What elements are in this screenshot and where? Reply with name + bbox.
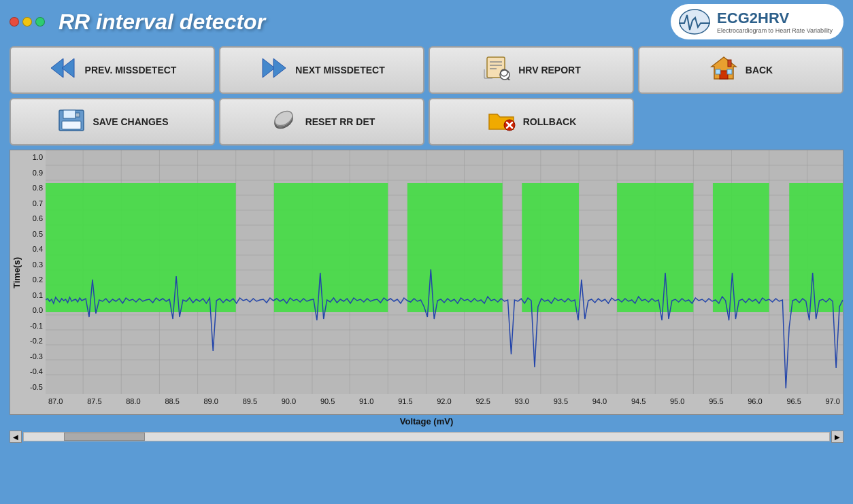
y-tick: 0.3 bbox=[33, 261, 43, 269]
svg-point-0 bbox=[680, 10, 709, 34]
title-bar: RR interval detector ECG2HRV Electrocard… bbox=[0, 0, 853, 42]
scroll-thumb[interactable] bbox=[64, 433, 144, 441]
x-tick: 88.5 bbox=[165, 397, 179, 405]
hrv-report-label: HRV REPORT bbox=[518, 65, 581, 75]
logo: ECG2HRV Electrocardiogram to Heart Rate … bbox=[671, 4, 843, 39]
x-tick: 91.5 bbox=[398, 397, 412, 405]
chart-container: Time(s) 1.0 0.9 0.8 0.7 0.6 0.5 0.4 0.3 … bbox=[10, 150, 843, 415]
reset-rr-det-button[interactable]: RESET RR DET bbox=[219, 98, 424, 146]
x-tick: 96.5 bbox=[786, 397, 801, 405]
next-missdetect-button[interactable]: NEXT MISSDETECT bbox=[219, 46, 424, 94]
svg-rect-17 bbox=[63, 110, 76, 118]
prev-missdetect-label: PREV. MISSDETECT bbox=[85, 65, 177, 75]
y-tick: 0.5 bbox=[33, 230, 43, 238]
y-tick: 0.1 bbox=[33, 291, 43, 299]
y-tick: -0.2 bbox=[30, 337, 43, 345]
save-changes-button[interactable]: SAVE CHANGES bbox=[10, 98, 215, 146]
logo-text-area: ECG2HRV Electrocardiogram to Heart Rate … bbox=[717, 10, 833, 34]
y-tick: -0.3 bbox=[30, 352, 43, 360]
x-tick: 92.5 bbox=[475, 397, 490, 405]
x-tick: 94.5 bbox=[631, 397, 646, 405]
y-tick: -0.5 bbox=[30, 383, 43, 391]
logo-main-text: ECG2HRV bbox=[717, 10, 833, 27]
back-icon bbox=[709, 56, 739, 84]
hrv-report-button[interactable]: HRV REPORT bbox=[429, 46, 634, 94]
x-tick: 95.0 bbox=[670, 397, 684, 405]
chart-plot-area bbox=[46, 150, 843, 394]
svg-marker-2 bbox=[62, 58, 74, 78]
save-changes-icon bbox=[56, 107, 86, 136]
x-tick: 88.0 bbox=[126, 397, 140, 405]
x-tick: 95.5 bbox=[709, 397, 723, 405]
x-axis-label: Voltage (mV) bbox=[0, 415, 853, 428]
svg-rect-15 bbox=[727, 69, 732, 74]
x-tick: 93.0 bbox=[515, 397, 529, 405]
svg-line-10 bbox=[507, 78, 510, 80]
x-tick: 92.0 bbox=[437, 397, 451, 405]
svg-rect-12 bbox=[720, 71, 728, 79]
svg-rect-65 bbox=[522, 183, 579, 312]
svg-rect-68 bbox=[789, 183, 843, 312]
x-axis-ticks: 87.0 87.5 88.0 88.5 89.0 89.5 90.0 90.5 … bbox=[46, 395, 843, 414]
prev-missdetect-icon bbox=[48, 56, 78, 84]
rollback-button[interactable]: ROLLBACK bbox=[429, 98, 634, 146]
x-tick: 91.0 bbox=[359, 397, 373, 405]
window-controls bbox=[10, 17, 45, 27]
svg-rect-13 bbox=[728, 60, 731, 67]
x-tick: 90.0 bbox=[282, 397, 296, 405]
chart-svg bbox=[46, 150, 843, 394]
svg-rect-66 bbox=[617, 183, 693, 312]
reset-rr-det-icon bbox=[269, 107, 299, 136]
x-tick: 93.5 bbox=[554, 397, 568, 405]
buttons-area: PREV. MISSDETECT NEXT MISSDETECT bbox=[0, 42, 853, 150]
rollback-label: ROLLBACK bbox=[523, 116, 577, 127]
scroll-right-button[interactable]: ▶ bbox=[831, 431, 843, 443]
y-tick: -0.4 bbox=[30, 367, 43, 375]
prev-missdetect-button[interactable]: PREV. MISSDETECT bbox=[10, 46, 215, 94]
y-tick: 0.0 bbox=[33, 306, 43, 314]
y-tick: 0.7 bbox=[33, 199, 43, 207]
x-tick: 97.0 bbox=[826, 397, 840, 405]
save-changes-label: SAVE CHANGES bbox=[93, 116, 169, 127]
app-title: RR interval detector bbox=[58, 10, 671, 35]
next-missdetect-label: NEXT MISSDETECT bbox=[295, 65, 384, 75]
scroll-track[interactable] bbox=[23, 432, 830, 441]
reset-rr-det-label: RESET RR DET bbox=[305, 116, 375, 127]
scrollbar: ◀ ▶ bbox=[10, 431, 843, 443]
back-label: BACK bbox=[746, 65, 773, 75]
maximize-button[interactable] bbox=[35, 17, 45, 27]
x-tick: 90.5 bbox=[320, 397, 335, 405]
x-tick: 87.0 bbox=[48, 397, 63, 405]
y-axis-label: Time(s) bbox=[12, 257, 22, 288]
svg-rect-14 bbox=[716, 69, 720, 74]
back-button[interactable]: BACK bbox=[638, 46, 843, 94]
next-missdetect-icon bbox=[258, 56, 288, 84]
empty-cell bbox=[638, 98, 843, 146]
svg-rect-63 bbox=[274, 183, 388, 312]
y-tick: 0.6 bbox=[33, 214, 43, 222]
y-tick: 0.4 bbox=[33, 245, 43, 253]
y-tick: 0.9 bbox=[33, 169, 43, 177]
y-axis-ticks: 1.0 0.9 0.8 0.7 0.6 0.5 0.4 0.3 0.2 0.1 … bbox=[22, 150, 46, 394]
minimize-button[interactable] bbox=[22, 17, 32, 27]
svg-rect-62 bbox=[46, 183, 236, 312]
x-tick: 87.5 bbox=[87, 397, 101, 405]
y-axis-label-container: Time(s) bbox=[10, 150, 22, 395]
x-tick: 89.5 bbox=[243, 397, 257, 405]
logo-sub-text: Electrocardiogram to Heart Rate Variabil… bbox=[717, 27, 833, 34]
close-button[interactable] bbox=[10, 17, 19, 27]
hrv-report-icon bbox=[482, 56, 512, 84]
svg-marker-4 bbox=[273, 58, 286, 78]
svg-rect-67 bbox=[713, 183, 769, 312]
svg-marker-3 bbox=[263, 58, 275, 78]
rollback-icon bbox=[486, 107, 516, 136]
svg-rect-64 bbox=[407, 183, 503, 312]
x-tick: 94.0 bbox=[592, 397, 607, 405]
x-tick: 96.0 bbox=[748, 397, 762, 405]
y-tick: -0.1 bbox=[30, 322, 43, 330]
ecg-logo-icon bbox=[678, 8, 712, 35]
y-tick: 1.0 bbox=[33, 153, 43, 161]
scroll-left-button[interactable]: ◀ bbox=[10, 431, 22, 443]
svg-rect-19 bbox=[62, 121, 81, 129]
y-tick: 0.2 bbox=[33, 275, 43, 284]
